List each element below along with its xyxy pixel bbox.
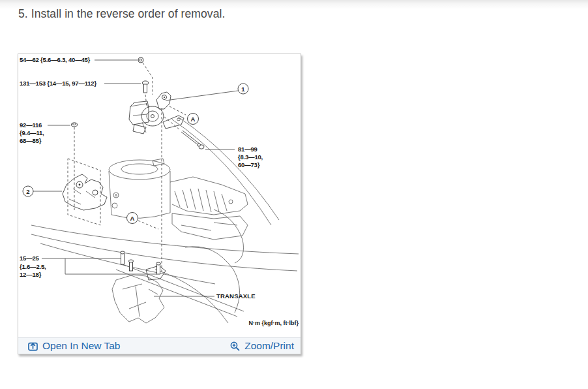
zoom-magnifier-icon [229, 341, 241, 352]
svg-text:1: 1 [241, 86, 245, 93]
svg-text:92—116: 92—116 [20, 121, 42, 129]
open-in-new-tab-icon [27, 341, 38, 352]
svg-text:A: A [191, 116, 196, 123]
zoom-print-link[interactable]: Zoom/Print [229, 341, 294, 352]
svg-text:{8.3—10,: {8.3—10, [238, 153, 263, 161]
torque-spec-mount-stud-nut: 92—116 {9.4—11, 68—85} [20, 121, 78, 211]
svg-text:12—18}: 12—18} [20, 271, 42, 278]
svg-text:{1.6—2.5,: {1.6—2.5, [20, 263, 46, 270]
mount-bracket-no2-drawing [63, 159, 107, 225]
open-in-new-tab-link[interactable]: Open In New Tab [27, 341, 120, 352]
engine-mount-diagram: 54—62 {5.6—6.3, 40—45} 131—153 {14—15, 9… [18, 54, 301, 337]
torque-spec-through-bolt: 131—153 {14—15, 97—112} [20, 80, 149, 106]
callout-a-lower: A [127, 213, 159, 230]
svg-text:60—73}: 60—73} [238, 161, 260, 168]
torque-spec-bracket-bolts: 15—25 {1.6—2.5, 12—18} [20, 255, 157, 278]
svg-text:15—25: 15—25 [20, 255, 40, 262]
viewer-toolbar: Open In New Tab Zoom/Print [18, 337, 301, 354]
engine-mount-drawing [129, 92, 184, 134]
diagram-viewer: 54—62 {5.6—6.3, 40—45} 131—153 {14—15, 9… [18, 54, 301, 354]
torque-spec-side-long-bolt: 81—99 {8.3—10, 60—73} [164, 117, 263, 168]
bracket-stud-bolts [120, 251, 160, 274]
torque-spec-upper-mount-nut: 54—62 {5.6—6.3, 40—45} [20, 56, 153, 95]
svg-text:TRANSAXLE: TRANSAXLE [216, 292, 256, 300]
zoom-print-label: Zoom/Print [244, 341, 294, 351]
callout-1: 1 [166, 84, 248, 101]
svg-text:81—99: 81—99 [238, 146, 257, 153]
callout-a-upper: A [169, 106, 199, 125]
units-note: N·m {kgf·m, ft·lbf} [249, 320, 299, 326]
open-in-new-tab-label: Open In New Tab [42, 341, 120, 351]
callout-2: 2 [23, 186, 62, 196]
svg-text:A: A [130, 215, 135, 222]
svg-text:131—153 {14—15, 97—112}: 131—153 {14—15, 97—112} [20, 80, 96, 87]
svg-text:54—62 {5.6—6.3, 40—45}: 54—62 {5.6—6.3, 40—45} [20, 56, 91, 63]
body-fender-lines [31, 117, 299, 323]
svg-text:{9.4—11,: {9.4—11, [20, 129, 44, 136]
svg-text:2: 2 [26, 188, 29, 195]
engine-block-drawing [109, 159, 248, 240]
step-instruction: 5. Install in the reverse order of remov… [18, 7, 226, 21]
svg-text:68—85}: 68—85} [20, 137, 42, 144]
